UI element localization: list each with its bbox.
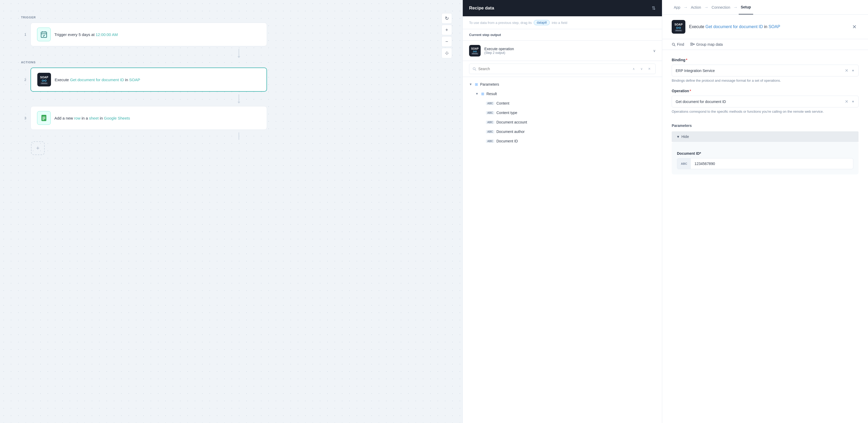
setup-header: SOAP PRIVATE Execute Get document for do… [662,15,868,39]
step-2-card[interactable]: SOAP PRIVATE Execute Get document for do… [30,67,267,92]
operation-select[interactable]: Get document for document ID ✕ ▼ [672,96,859,107]
operation-chevron-icon[interactable]: ▼ [851,100,855,103]
document-author-label: Document author [496,130,525,134]
group-map-button[interactable]: Group map data [690,42,723,46]
step-3-row: 3 Add a new row in a sheet in Google She… [21,106,441,130]
soap-mini-icon: SOAP PRIVATE [469,45,480,57]
svg-rect-11 [42,120,44,120]
binding-select[interactable]: ERP Integration Service ✕ ▼ [672,65,859,76]
setup-title-text: Execute Get document for document ID in … [689,25,780,29]
result-label: Result [487,92,497,96]
tree-parameters[interactable]: ▼ ⊞ Parameters [463,79,662,89]
tree-item-document-id[interactable]: ABC Document ID [463,136,662,146]
svg-rect-28 [694,44,694,45]
document-id-input-row: ABC [677,158,853,169]
document-id-label: Document ID* [677,151,853,156]
document-id-input[interactable] [691,158,853,169]
recipe-header: Recipe data ⇅ [463,0,662,16]
result-grid-icon: ⊞ [481,92,484,96]
close-button[interactable]: ✕ [850,23,859,31]
step-2-row: 2 SOAP PRIVATE Execute Get document for … [21,67,441,92]
parameters-chevron: ▼ [469,83,473,86]
svg-point-15 [473,67,475,70]
zoom-in-button[interactable]: + [441,25,452,35]
document-id-tree-label: Document ID [496,139,518,143]
execute-op-chevron[interactable]: ∨ [653,48,656,53]
trigger-icon [37,28,51,41]
operation-section: Operation* Get document for document ID … [672,89,859,113]
find-icon [672,42,675,46]
svg-line-21 [674,45,675,46]
fit-button[interactable]: ⊹ [441,48,452,58]
search-input[interactable] [478,67,629,71]
search-clear-button[interactable]: ✕ [647,66,652,72]
binding-chevron-icon[interactable]: ▼ [851,69,855,72]
binding-clear-icon[interactable]: ✕ [845,68,848,73]
connector-2-3 [36,94,441,103]
soap-icon: SOAP PRIVATE [37,73,51,87]
abc-badge-content-type: ABC [486,111,494,115]
abc-badge-doc-account: ABC [486,121,494,124]
execute-op-sub: (Step 2 output) [484,51,514,55]
execute-operation-row[interactable]: SOAP PRIVATE Execute operation (Step 2 o… [463,41,662,61]
svg-line-16 [475,70,476,71]
recipe-subtitle: To use data from a previous step, drag i… [463,16,662,29]
search-icon [472,67,476,71]
abc-badge-doc-id: ABC [486,139,494,143]
search-up-button[interactable]: ∧ [631,66,637,72]
svg-point-20 [672,43,674,45]
binding-value: ERP Integration Service [676,69,715,73]
nav-setup[interactable]: Setup [739,0,753,14]
tree-item-content-type[interactable]: ABC Content type [463,108,662,118]
document-account-label: Document account [496,120,527,124]
document-id-section: Document ID* ABC [677,151,853,169]
nav-app[interactable]: App [672,0,682,14]
content-type-label: Content type [496,110,517,115]
current-step-output-label: Current step output [463,29,662,41]
execute-op-title: Execute operation [484,47,514,51]
setup-panel: App → Action → Connection → Setup SOAP P… [662,0,868,423]
step-3-card[interactable]: Add a new row in a sheet in Google Sheet… [30,106,267,130]
nav-action[interactable]: Action [689,0,703,14]
recipe-title: Recipe data [469,5,494,11]
find-button[interactable]: Find [672,42,684,46]
refresh-button[interactable]: ↻ [441,13,452,24]
hide-bar[interactable]: ▼ Hide [672,131,859,142]
search-nav-controls: ∧ ∨ ✕ [631,66,652,72]
operation-desc: Operations correspond to the specific me… [672,109,859,113]
connector-1-2 [36,49,441,58]
recipe-panel: Recipe data ⇅ To use data from a previou… [463,0,662,423]
search-bar: ∧ ∨ ✕ [469,64,656,74]
tree-container: ▼ ⊞ Parameters ▼ ⊞ Result ABC Content AB… [463,77,662,423]
svg-point-4 [42,80,43,82]
nav-arrow-1: → [684,5,688,10]
zoom-out-button[interactable]: − [441,36,452,47]
step-1-number: 1 [21,33,26,36]
tree-item-document-account[interactable]: ABC Document account [463,118,662,127]
canvas-panel: ↻ + − ⊹ TRIGGER 1 Trigger every 5 days a… [0,0,463,423]
group-map-icon [690,42,694,46]
step-1-text: Trigger every 5 days at 12:00:00 AM [54,32,118,37]
parameters-label-setup: Parameters [672,124,692,128]
svg-rect-0 [41,32,47,38]
nav-connection[interactable]: Connection [710,0,733,14]
operation-clear-icon[interactable]: ✕ [845,99,848,104]
svg-rect-23 [691,45,692,45]
step-1-row: 1 Trigger every 5 days at 12:00:00 AM [21,23,441,46]
tree-item-document-author[interactable]: ABC Document author [463,127,662,136]
content-label: Content [496,101,509,105]
actions-label: ACTIONS [21,61,441,64]
hide-label: Hide [681,134,689,139]
parameters-header[interactable]: Parameters [672,120,859,131]
tree-item-content[interactable]: ABC Content [463,99,662,108]
nav-arrow-2: → [704,5,709,10]
add-step-button[interactable]: + [31,141,45,155]
setup-nav: App → Action → Connection → Setup [662,0,868,15]
recipe-collapse-icon[interactable]: ⇅ [652,5,656,11]
binding-controls: ✕ ▼ [845,68,855,73]
search-down-button[interactable]: ∨ [639,66,644,72]
svg-rect-9 [42,118,45,118]
step-1-card[interactable]: Trigger every 5 days at 12:00:00 AM [30,23,267,46]
svg-point-18 [679,27,681,29]
tree-result[interactable]: ▼ ⊞ Result [463,89,662,99]
